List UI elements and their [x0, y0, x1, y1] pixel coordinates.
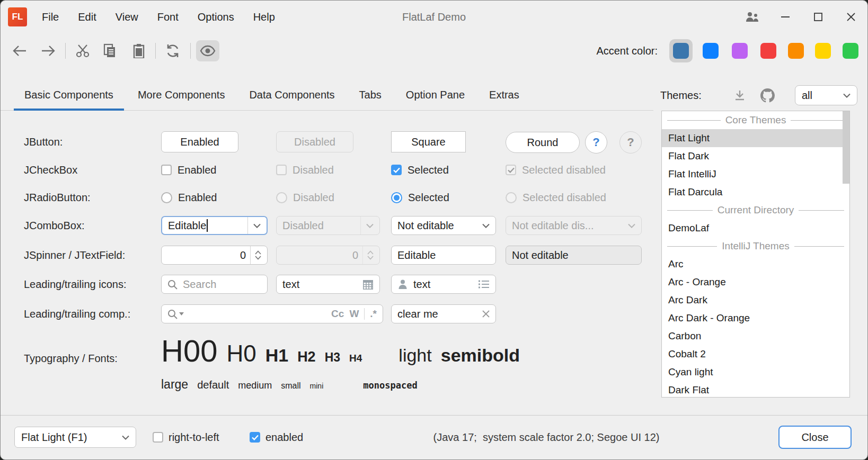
match-case-button[interactable]: Cc: [331, 308, 344, 320]
menu-view[interactable]: View: [106, 1, 148, 33]
close-button[interactable]: Close: [778, 426, 852, 449]
spinner-enabled[interactable]: 0: [161, 246, 268, 265]
accent-swatch-red[interactable]: [760, 43, 776, 59]
combobox-disabled-value: Disabled: [282, 220, 324, 232]
combobox-editable[interactable]: Editable: [161, 216, 268, 235]
search-field[interactable]: Search: [161, 275, 268, 294]
combobox-not-editable[interactable]: Not editable: [391, 216, 496, 235]
back-button[interactable]: [8, 40, 31, 61]
tab-more-components[interactable]: More Components: [126, 80, 237, 110]
h3-sample: H3: [325, 350, 340, 365]
right-to-left-label: right-to-left: [169, 431, 219, 444]
radio-selected-label: Selected: [408, 192, 449, 204]
radio-enabled-label: Enabled: [178, 192, 217, 204]
minimize-button[interactable]: [769, 1, 802, 33]
accent-swatch-blue[interactable]: [703, 43, 719, 59]
checkbox-icon[interactable]: [153, 432, 163, 443]
toolbar-separator: [65, 43, 66, 59]
tab-extras[interactable]: Extras: [477, 80, 532, 110]
tab-tabs[interactable]: Tabs: [347, 80, 394, 110]
menu-help[interactable]: Help: [244, 1, 285, 33]
clear-icon[interactable]: [482, 310, 490, 318]
text-field-calendar[interactable]: text: [276, 275, 380, 294]
list-icon[interactable]: [478, 279, 490, 289]
checkbox-checked-icon[interactable]: [391, 165, 402, 175]
theme-item-flat-dark[interactable]: Flat Dark: [662, 147, 849, 165]
users-icon[interactable]: [736, 1, 769, 33]
clearable-field[interactable]: clear me: [391, 304, 496, 323]
help-button[interactable]: ?: [585, 131, 607, 154]
theme-item-demolaf[interactable]: DemoLaf: [662, 219, 849, 237]
themes-filter-combobox[interactable]: all: [795, 85, 857, 105]
theme-item-cobalt-2[interactable]: Cobalt 2: [662, 345, 849, 363]
radio-selected[interactable]: Selected: [391, 187, 496, 208]
theme-item-dark-flat[interactable]: Dark Flat: [662, 381, 849, 398]
right-to-left-checkbox[interactable]: right-to-left: [153, 427, 219, 448]
menu-edit[interactable]: Edit: [68, 1, 105, 33]
theme-item-arc-dark-orange[interactable]: Arc Dark - Orange: [662, 309, 849, 327]
checkbox-selected-disabled: Selected disabled: [506, 159, 642, 181]
tab-data-components[interactable]: Data Components: [237, 80, 347, 110]
checkbox-icon[interactable]: [161, 165, 172, 175]
chevron-down-icon[interactable]: [247, 217, 261, 234]
combobox-not-editable-value: Not editable: [397, 220, 454, 232]
theme-item-arc-orange[interactable]: Arc - Orange: [662, 273, 849, 291]
accent-swatch-selected[interactable]: [669, 39, 693, 62]
search-comp-field[interactable]: Cc W .*: [161, 304, 383, 323]
checkbox-checked-disabled-icon: [506, 165, 516, 175]
refresh-button[interactable]: [161, 40, 184, 61]
clearable-field-value: clear me: [397, 308, 438, 320]
square-button[interactable]: Square: [391, 131, 466, 152]
spinner-buttons[interactable]: [250, 246, 261, 264]
theme-item-arc-dark[interactable]: Arc Dark: [662, 291, 849, 309]
theme-item-flat-light[interactable]: Flat Light: [662, 129, 849, 147]
calendar-icon[interactable]: [362, 279, 374, 290]
textfield-editable[interactable]: Editable: [391, 246, 496, 265]
close-window-button[interactable]: [835, 1, 867, 33]
search-with-dropdown-icon[interactable]: [167, 309, 184, 319]
theme-item-flat-intellij[interactable]: Flat IntelliJ: [662, 165, 849, 183]
chevron-down-icon: [623, 217, 635, 234]
radio-enabled[interactable]: Enabled: [161, 187, 268, 208]
checkbox-checked-icon[interactable]: [250, 432, 260, 443]
show-hidden-eye-toggle[interactable]: [196, 40, 219, 61]
typography-headings: H00 H0 H1 H2 H3 H4 light semibold: [161, 333, 654, 368]
lookandfeel-combobox[interactable]: Flat Light (F1): [14, 427, 136, 448]
theme-item-arc[interactable]: Arc: [662, 255, 849, 273]
github-icon[interactable]: [758, 87, 776, 103]
enabled-checkbox[interactable]: enabled: [250, 427, 303, 448]
regex-button[interactable]: .*: [370, 308, 377, 320]
scrollbar-thumb[interactable]: [843, 111, 849, 184]
chevron-down-icon[interactable]: [477, 217, 490, 234]
tab-option-pane[interactable]: Option Pane: [394, 80, 477, 110]
menu-font[interactable]: Font: [148, 1, 188, 33]
small-sample: small: [281, 381, 300, 391]
accent-swatch-green[interactable]: [843, 43, 858, 59]
tab-basic-components[interactable]: Basic Components: [12, 80, 126, 110]
checkbox-enabled[interactable]: Enabled: [161, 159, 268, 181]
download-icon[interactable]: [731, 87, 749, 103]
text-field-user-list[interactable]: text: [391, 275, 496, 294]
accent-swatch-blue-steel[interactable]: [673, 43, 689, 59]
round-button[interactable]: Round: [506, 132, 580, 153]
menu-options[interactable]: Options: [188, 1, 244, 33]
checkbox-selected[interactable]: Selected: [391, 159, 496, 181]
menu-file[interactable]: File: [32, 1, 68, 33]
radio-icon[interactable]: [161, 192, 172, 203]
accent-swatch-purple[interactable]: [732, 43, 748, 59]
radio-selected-icon[interactable]: [391, 192, 402, 203]
theme-item-cyan-light[interactable]: Cyan light: [662, 363, 849, 381]
whole-words-button[interactable]: W: [349, 308, 359, 320]
default-sample: default: [197, 379, 229, 391]
theme-item-carbon[interactable]: Carbon: [662, 327, 849, 345]
jbutton-label: JButton:: [24, 131, 63, 152]
forward-button[interactable]: [37, 40, 60, 61]
paste-button[interactable]: [127, 40, 150, 61]
cut-button[interactable]: [71, 40, 94, 61]
accent-swatch-orange[interactable]: [788, 43, 804, 59]
maximize-button[interactable]: [802, 1, 835, 33]
copy-button[interactable]: [98, 40, 121, 61]
theme-item-flat-darcula[interactable]: Flat Darcula: [662, 183, 849, 201]
enabled-button[interactable]: Enabled: [161, 131, 238, 152]
accent-swatch-yellow[interactable]: [815, 43, 831, 59]
